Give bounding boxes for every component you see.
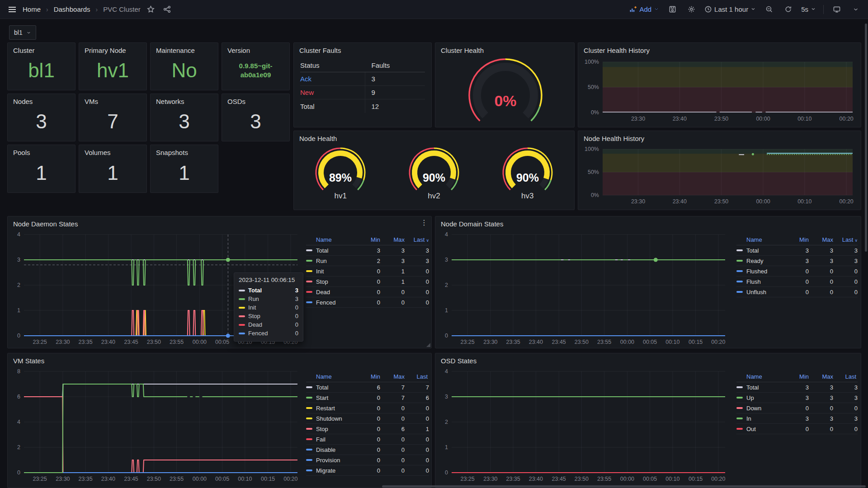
svg-text:50%: 50%	[588, 84, 599, 90]
panel-title[interactable]: Snapshots	[151, 145, 218, 156]
breadcrumb-dashboards[interactable]: Dashboards	[54, 5, 90, 13]
panel-title[interactable]: Networks	[151, 94, 218, 105]
panel-title[interactable]: Nodes	[8, 94, 75, 105]
chevron-down-icon[interactable]	[850, 4, 862, 15]
series-color-swatch	[736, 260, 743, 262]
legend-col-last[interactable]: Last∨	[405, 236, 429, 243]
legend-col-name[interactable]: Name	[306, 236, 356, 243]
vm-states-chart[interactable]: 0246823:2523:3023:3523:4023:4523:5023:55…	[10, 366, 302, 484]
vertical-scrollbar[interactable]	[865, 23, 867, 252]
breadcrumb-home[interactable]: Home	[23, 5, 41, 13]
menu-icon[interactable]	[6, 4, 18, 15]
save-dashboard-icon[interactable]	[666, 4, 678, 15]
panel-title[interactable]: Maintenance	[151, 43, 218, 54]
svg-text:0: 0	[17, 469, 20, 476]
stat-value: No	[151, 54, 218, 87]
chevron-down-icon	[750, 5, 756, 14]
legend-row: Total 3 3 3	[736, 245, 858, 256]
legend-col-min[interactable]: Min	[356, 373, 380, 380]
osd-states-panel: OSD States 0123423:2523:3023:3523:4023:4…	[435, 353, 861, 488]
node-domain-states-chart[interactable]: 0123423:2523:3023:3523:4023:4523:5023:55…	[438, 229, 730, 347]
legend-row: Total 3 3 3	[736, 382, 858, 393]
svg-text:4: 4	[17, 231, 20, 238]
svg-text:23:30: 23:30	[631, 116, 645, 122]
time-range-picker[interactable]: Last 1 hour	[704, 5, 756, 14]
chevron-down-icon	[811, 5, 816, 14]
node-health-history-chart[interactable]: 0%50%100%23:3023:4023:5000:0000:1000:20	[582, 143, 857, 207]
legend-col-last[interactable]: Last∨	[833, 236, 858, 243]
svg-text:8: 8	[17, 368, 20, 375]
panel-title[interactable]: VM States	[8, 353, 431, 365]
panel-title[interactable]: Cluster	[8, 43, 75, 54]
column-header-faults[interactable]: Faults	[365, 61, 390, 69]
panel-menu-icon[interactable]: ⋮	[420, 219, 428, 226]
panel-title[interactable]: Volumes	[79, 145, 146, 156]
panel-title[interactable]: OSD States	[435, 353, 861, 365]
svg-text:23:30: 23:30	[56, 476, 70, 482]
stat-panel-snapshots: Snapshots 1	[150, 145, 218, 193]
legend-col-max[interactable]: Max	[809, 373, 833, 380]
tooltip-row: Dead 0	[239, 320, 298, 329]
node-domain-states-panel: Node Domain States 0123423:2523:3023:352…	[435, 216, 861, 348]
refresh-icon[interactable]	[782, 4, 794, 15]
svg-text:1: 1	[445, 444, 448, 450]
panel-title[interactable]: Primary Node	[79, 43, 146, 54]
add-button[interactable]: Add	[629, 5, 659, 14]
legend-col-min[interactable]: Min	[784, 373, 809, 380]
panel-title[interactable]: Version	[222, 43, 289, 54]
legend-col-last[interactable]: Last	[833, 373, 858, 380]
cluster-faults-panel: Cluster Faults Status Faults Ack 3 New 9	[293, 42, 432, 127]
legend-table: Name Min Max Last∨ Total 3 3 3 Run	[306, 235, 429, 308]
svg-text:00:05: 00:05	[215, 476, 229, 482]
legend-col-max[interactable]: Max	[380, 236, 405, 243]
svg-text:23:35: 23:35	[78, 339, 92, 345]
panel-title[interactable]: Node Health	[294, 131, 574, 142]
legend-col-name[interactable]: Name	[306, 373, 356, 380]
series-color-swatch	[306, 397, 312, 399]
column-header-status[interactable]: Status	[300, 61, 365, 69]
legend-col-name[interactable]: Name	[736, 236, 784, 243]
stat-value: 7	[79, 105, 146, 138]
legend-col-name[interactable]: Name	[736, 373, 784, 380]
svg-text:23:40: 23:40	[101, 476, 115, 482]
svg-text:23:25: 23:25	[460, 339, 474, 345]
dashboard-settings-icon[interactable]	[685, 4, 697, 15]
horizontal-scrollbar[interactable]	[382, 485, 866, 488]
legend-col-min[interactable]: Min	[356, 236, 380, 243]
panel-title[interactable]: Node Domain States	[435, 216, 861, 228]
svg-text:2: 2	[17, 444, 20, 450]
legend-col-min[interactable]: Min	[784, 236, 809, 243]
svg-text:00:20: 00:20	[840, 198, 854, 205]
legend-col-max[interactable]: Max	[809, 236, 833, 243]
panel-title[interactable]: Cluster Faults	[294, 43, 431, 54]
gauge-label: hv1	[335, 192, 347, 201]
panel-title[interactable]: Node Health History	[578, 131, 861, 142]
legend-col-last[interactable]: Last	[405, 373, 429, 380]
panel-title[interactable]: Cluster Health History	[578, 43, 861, 54]
series-color-swatch	[306, 281, 312, 282]
osd-states-chart[interactable]: 0123423:2523:3023:3523:4023:4523:5023:55…	[438, 366, 730, 484]
panel-title[interactable]: Cluster Health	[435, 43, 574, 54]
legend-col-max[interactable]: Max	[380, 373, 405, 380]
share-icon[interactable]	[161, 4, 173, 15]
zoom-out-icon[interactable]	[763, 4, 775, 15]
refresh-interval-picker[interactable]: 5s	[801, 5, 816, 14]
panel-resize-handle[interactable]	[426, 343, 430, 347]
node-health-panel: Node Health 89% hv1 90% hv2 90% hv3	[293, 131, 575, 210]
svg-text:23:25: 23:25	[33, 476, 47, 482]
panel-title[interactable]: OSDs	[222, 94, 289, 105]
svg-text:00:20: 00:20	[840, 116, 854, 122]
svg-text:23:50: 23:50	[147, 339, 161, 345]
panel-title[interactable]: Node Daemon States	[8, 216, 431, 228]
panel-title[interactable]: Pools	[8, 145, 75, 156]
panel-title[interactable]: VMs	[79, 94, 146, 105]
cluster-health-history-chart[interactable]: 0%50%100%23:3023:4023:5000:0000:1000:20	[582, 56, 857, 124]
svg-text:4: 4	[17, 419, 20, 425]
legend-row: Down 0 0 0	[736, 403, 858, 413]
series-color-swatch	[306, 449, 312, 450]
star-icon[interactable]	[145, 4, 157, 15]
tv-mode-icon[interactable]	[831, 4, 843, 15]
stat-panel-vms: VMs 7	[79, 94, 147, 141]
variable-dropdown[interactable]: bl1	[9, 25, 36, 40]
cluster-health-gauge: 0%	[458, 56, 553, 124]
